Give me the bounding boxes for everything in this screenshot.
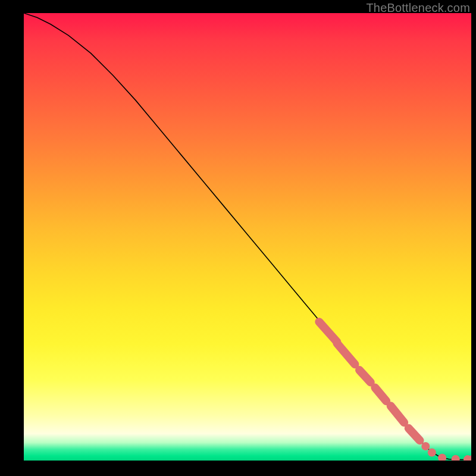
marker-segment (409, 428, 420, 440)
marker-dot (452, 455, 460, 461)
marker-dot (438, 453, 446, 461)
chart-frame: TheBottleneck.com (0, 0, 476, 476)
plot-area (24, 13, 471, 461)
marker-segment (337, 343, 355, 364)
marker-dot (421, 442, 430, 450)
marker-dots (421, 442, 471, 461)
marker-segments (319, 322, 419, 440)
marker-dot (428, 448, 436, 456)
marker-segment (375, 387, 386, 401)
chart-svg (24, 13, 471, 461)
curve-line (24, 13, 471, 460)
marker-segment (359, 370, 371, 382)
marker-segment (391, 406, 405, 422)
marker-segment (319, 322, 337, 342)
